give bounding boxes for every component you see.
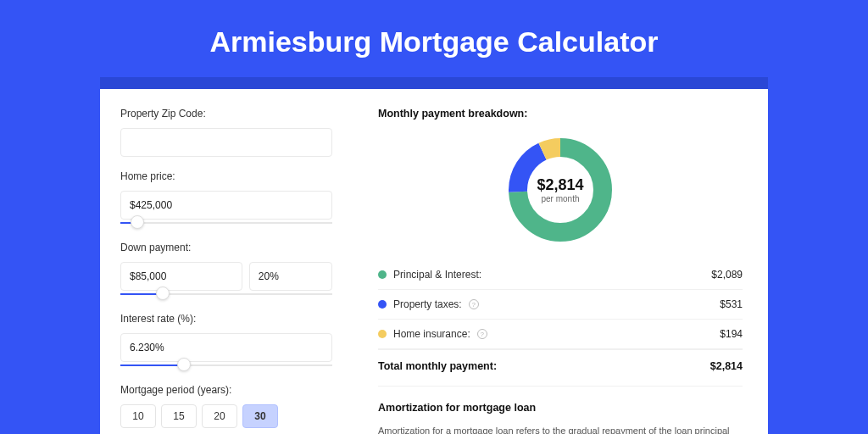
legend-value: $2,089 <box>711 269 743 281</box>
rate-slider[interactable] <box>120 360 332 370</box>
info-icon[interactable]: ? <box>477 329 487 339</box>
form-panel: Property Zip Code: Home price: Down paym… <box>100 89 353 434</box>
total-label: Total monthly payment: <box>378 360 497 372</box>
legend-item-taxes: Property taxes: ? $531 <box>378 290 743 320</box>
donut-chart: $2,814 per month <box>505 135 615 245</box>
legend-value: $531 <box>720 298 743 310</box>
down-percent-input[interactable] <box>249 262 332 291</box>
legend-value: $194 <box>720 328 743 340</box>
amortization-section: Amortization for mortgage loan Amortizat… <box>378 386 743 434</box>
legend-item-insurance: Home insurance: ? $194 <box>378 320 743 349</box>
rate-field: Interest rate (%): <box>120 313 332 370</box>
breakdown-title: Monthly payment breakdown: <box>378 108 743 120</box>
rate-input[interactable] <box>120 333 332 362</box>
legend-dot-icon <box>378 300 387 309</box>
down-field: Down payment: <box>120 242 332 299</box>
donut-sub: per month <box>541 194 579 203</box>
zip-label: Property Zip Code: <box>120 108 332 120</box>
down-slider[interactable] <box>120 289 332 299</box>
legend-dot-icon <box>378 330 387 338</box>
period-option-30[interactable]: 30 <box>242 404 278 428</box>
period-option-15[interactable]: 15 <box>161 404 197 428</box>
legend-label: Home insurance: <box>393 328 470 340</box>
period-options: 10 15 20 30 <box>120 404 332 428</box>
rate-label: Interest rate (%): <box>120 313 332 325</box>
breakdown-panel: Monthly payment breakdown: $2,814 per mo… <box>353 89 768 434</box>
zip-field: Property Zip Code: <box>120 108 332 157</box>
period-option-10[interactable]: 10 <box>120 404 156 428</box>
price-slider[interactable] <box>120 218 332 228</box>
donut-amount: $2,814 <box>537 176 583 194</box>
price-label: Home price: <box>120 170 332 182</box>
donut-center: $2,814 per month <box>505 135 615 245</box>
slider-thumb[interactable] <box>156 287 170 300</box>
amortization-title: Amortization for mortgage loan <box>378 402 743 414</box>
period-field: Mortgage period (years): 10 15 20 30 <box>120 384 332 428</box>
banner-strip <box>100 77 768 89</box>
legend-item-principal: Principal & Interest: $2,089 <box>378 260 743 290</box>
price-field: Home price: <box>120 170 332 228</box>
info-icon[interactable]: ? <box>469 299 479 309</box>
period-label: Mortgage period (years): <box>120 384 332 396</box>
price-input[interactable] <box>120 191 332 220</box>
legend-dot-icon <box>378 270 387 279</box>
legend-label: Property taxes: <box>393 298 462 310</box>
legend-label: Principal & Interest: <box>393 269 481 281</box>
zip-input[interactable] <box>120 128 332 157</box>
donut-chart-wrap: $2,814 per month <box>378 130 743 260</box>
down-label: Down payment: <box>120 242 332 253</box>
total-value: $2,814 <box>710 360 743 372</box>
slider-thumb[interactable] <box>131 215 144 229</box>
calculator-card: Property Zip Code: Home price: Down paym… <box>100 89 768 434</box>
total-row: Total monthly payment: $2,814 <box>378 349 743 386</box>
slider-thumb[interactable] <box>177 358 191 371</box>
down-amount-input[interactable] <box>120 262 242 291</box>
amortization-text: Amortization for a mortgage loan refers … <box>378 424 743 434</box>
period-option-20[interactable]: 20 <box>202 404 237 428</box>
page-title: Armiesburg Mortgage Calculator <box>0 0 868 77</box>
